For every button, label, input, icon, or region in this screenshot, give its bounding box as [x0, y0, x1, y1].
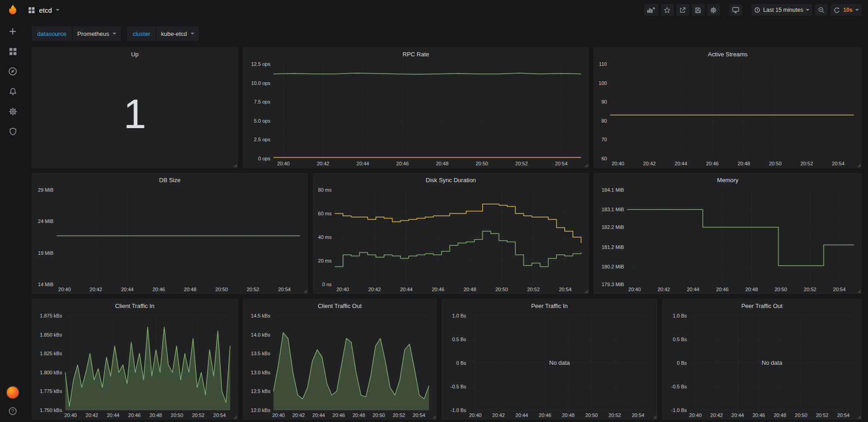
svg-text:184.1 MiB: 184.1 MiB	[602, 187, 624, 193]
grafana-logo[interactable]	[6, 3, 20, 17]
variable-value-dropdown[interactable]: Prometheus	[73, 26, 121, 41]
sidebar-item-help[interactable]: ?	[7, 406, 18, 417]
svg-text:20:50: 20:50	[476, 161, 488, 166]
panel-resize-handle[interactable]	[857, 289, 861, 293]
peer-traffic-in-chart[interactable]: 1.0 Bs0.5 Bs0 Bs-0.5 Bs-1.0 Bs20:4020:42…	[442, 312, 657, 419]
dashboards-grid-icon	[9, 47, 17, 56]
svg-text:20:48: 20:48	[464, 287, 476, 292]
sidebar-item-alerting[interactable]	[7, 86, 18, 97]
rpc-rate-chart[interactable]: 12.5 ops10.0 ops7.5 ops5.0 ops2.5 ops0 o…	[243, 60, 588, 168]
sidebar-item-create[interactable]	[7, 26, 18, 37]
panel-disk-sync-duration: Disk Sync Duration 80 ms60 ms40 ms20 ms0…	[313, 173, 589, 294]
svg-text:10.0 ops: 10.0 ops	[251, 80, 271, 86]
panel-resize-handle[interactable]	[857, 164, 861, 167]
sidebar-item-configuration[interactable]	[7, 106, 18, 117]
svg-text:20:40: 20:40	[272, 412, 285, 418]
svg-text:20:54: 20:54	[413, 412, 425, 418]
sidebar-item-dashboards[interactable]	[7, 46, 18, 57]
panel-rpc-rate: RPC Rate 12.5 ops10.0 ops7.5 ops5.0 ops2…	[243, 47, 589, 168]
svg-text:1.875 kBs: 1.875 kBs	[40, 313, 62, 318]
search-minus-icon	[818, 7, 825, 14]
panel-resize-handle[interactable]	[233, 415, 237, 419]
user-avatar[interactable]	[6, 386, 20, 399]
active-streams-chart[interactable]: 1101009080706020:4020:4220:4420:4620:482…	[594, 60, 861, 168]
dashboard-settings-button[interactable]	[707, 4, 720, 16]
svg-text:20:44: 20:44	[121, 287, 134, 292]
dashboard-squares-icon	[28, 7, 35, 14]
svg-text:2.5 ops: 2.5 ops	[254, 137, 271, 142]
svg-text:20:52: 20:52	[608, 412, 621, 418]
svg-text:20:48: 20:48	[738, 161, 750, 166]
panel-title[interactable]: Up	[32, 48, 237, 60]
panel-title[interactable]: Disk Sync Duration	[313, 174, 588, 186]
cycle-view-mode-button[interactable]	[729, 4, 742, 16]
panel-resize-handle[interactable]	[432, 415, 436, 419]
panel-title[interactable]: Peer Traffic In	[442, 299, 657, 312]
panel-resize-handle[interactable]	[653, 415, 656, 419]
svg-text:20:50: 20:50	[171, 412, 183, 418]
refresh-interval-label: 10s	[843, 7, 853, 13]
panel-title[interactable]: Memory	[594, 174, 861, 186]
svg-text:20:46: 20:46	[396, 161, 409, 166]
panel-title[interactable]: Active Streams	[594, 48, 861, 60]
dashboard-title[interactable]: etcd	[39, 6, 52, 14]
variable-label: cluster	[127, 26, 155, 41]
caret-down-icon[interactable]	[56, 9, 59, 11]
svg-text:1.800 kBs: 1.800 kBs	[40, 370, 62, 375]
variable-value-dropdown[interactable]: kube-etcd	[157, 26, 199, 41]
panel-resize-handle[interactable]	[303, 289, 307, 293]
svg-text:20:46: 20:46	[706, 161, 719, 166]
svg-text:20:50: 20:50	[585, 412, 598, 418]
add-panel-button[interactable]	[644, 4, 658, 16]
zoom-out-button[interactable]	[815, 4, 828, 16]
db-size-chart[interactable]: 29 MiB24 MiB19 MiB14 MiB20:4020:4220:442…	[32, 186, 307, 293]
variable-label: datasource	[32, 26, 72, 41]
panel-resize-handle[interactable]	[233, 164, 237, 167]
svg-text:1.0 Bs: 1.0 Bs	[672, 313, 687, 318]
svg-text:20:50: 20:50	[769, 161, 782, 166]
svg-text:20:48: 20:48	[745, 287, 758, 292]
panel-title[interactable]: RPC Rate	[243, 48, 588, 60]
svg-text:20:42: 20:42	[710, 412, 723, 418]
refresh-button[interactable]	[830, 4, 843, 16]
time-picker-button[interactable]: Last 15 minutes	[751, 4, 812, 16]
clock-icon	[754, 7, 760, 13]
variable-value: kube-etcd	[161, 30, 187, 37]
star-button[interactable]	[661, 4, 674, 16]
svg-text:14 MiB: 14 MiB	[38, 282, 54, 287]
panel-resize-handle[interactable]	[584, 289, 588, 293]
refresh-interval-dropdown[interactable]: 10s	[843, 4, 862, 16]
svg-text:70: 70	[602, 137, 607, 142]
peer-traffic-out-chart[interactable]: 1.0 Bs0.5 Bs0 Bs-0.5 Bs-1.0 Bs20:4020:42…	[663, 312, 861, 419]
memory-chart[interactable]: 184.1 MiB183.1 MiB182.2 MiB181.2 MiB180.…	[594, 186, 861, 293]
svg-text:20:50: 20:50	[372, 412, 385, 418]
panel-title[interactable]: Peer Traffic Out	[663, 299, 861, 312]
panel-client-traffic-out: Client Traffic Out 14.5 kBs14.0 kBs13.5 …	[243, 299, 437, 420]
svg-text:0.5 Bs: 0.5 Bs	[452, 337, 467, 342]
svg-text:1.850 kBs: 1.850 kBs	[40, 332, 62, 338]
variable-value: Prometheus	[77, 30, 109, 37]
svg-text:-0.5 Bs: -0.5 Bs	[671, 384, 687, 389]
panel-up: Up 1	[32, 47, 238, 168]
sidebar-item-explore[interactable]	[7, 66, 18, 77]
panel-resize-handle[interactable]	[857, 415, 861, 419]
client-traffic-out-chart[interactable]: 14.5 kBs14.0 kBs13.5 kBs13.0 kBs12.5 kBs…	[243, 312, 436, 419]
svg-text:14.0 kBs: 14.0 kBs	[251, 332, 270, 338]
svg-text:1.825 kBs: 1.825 kBs	[40, 351, 62, 356]
disk-sync-duration-chart[interactable]: 80 ms60 ms40 ms20 ms0 ns20:4020:4220:442…	[313, 186, 588, 293]
share-button[interactable]	[676, 4, 689, 16]
panel-title[interactable]: Client Traffic Out	[243, 299, 436, 312]
svg-text:20 ms: 20 ms	[318, 258, 332, 263]
svg-text:13.5 kBs: 13.5 kBs	[251, 351, 270, 356]
panel-title[interactable]: Client Traffic In	[32, 299, 237, 312]
client-traffic-in-chart[interactable]: 1.875 kBs1.850 kBs1.825 kBs1.800 kBs1.77…	[32, 312, 237, 419]
sidebar-item-server-admin[interactable]	[7, 126, 18, 137]
panel-title[interactable]: DB Size	[32, 174, 307, 186]
panel-resize-handle[interactable]	[584, 164, 588, 167]
svg-text:0.5 Bs: 0.5 Bs	[672, 337, 687, 342]
svg-text:20:48: 20:48	[352, 412, 365, 418]
svg-text:60: 60	[602, 156, 607, 161]
svg-text:24 MiB: 24 MiB	[38, 218, 54, 224]
svg-text:20:42: 20:42	[658, 287, 671, 292]
save-button[interactable]	[692, 4, 705, 16]
